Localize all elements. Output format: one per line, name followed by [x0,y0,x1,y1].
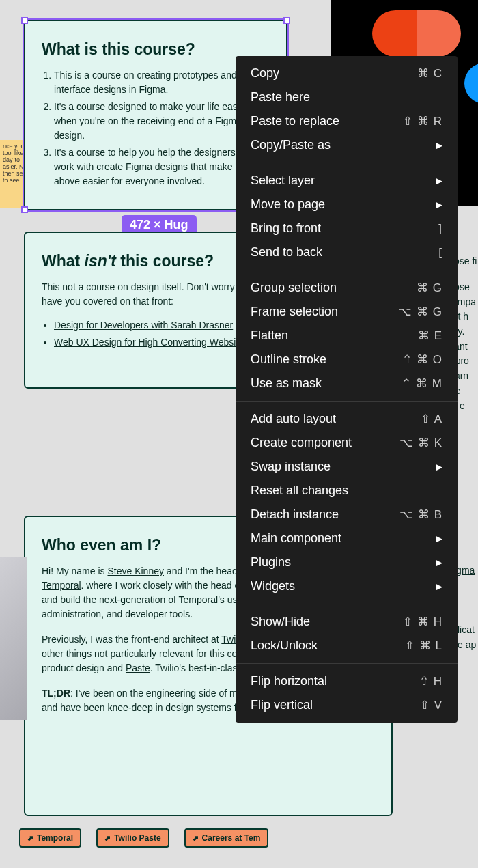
menu-item-add-auto-layout[interactable]: Add auto layout⇧ A [236,407,458,431]
menu-item-select-layer[interactable]: Select layer▶ [236,169,458,193]
link-paste[interactable]: Paste [126,662,150,673]
menu-separator [236,604,458,604]
link-web-ux[interactable]: Web UX Design for High Converting Websit… [54,337,249,348]
menu-separator [236,401,458,402]
menu-item-paste-here[interactable]: Paste here [236,85,458,109]
menu-item-shortcut: ] [438,222,442,236]
selection-handle-tr[interactable] [283,17,290,24]
chevron-right-icon: ▶ [436,199,442,210]
menu-item-create-component[interactable]: Create component⌥ ⌘ K [236,431,458,455]
menu-item-label: Widgets [251,579,295,593]
menu-item-label: Paste here [251,90,310,104]
chevron-right-icon: ▶ [436,176,442,186]
menu-item-shortcut: ⌃ ⌘ M [402,376,442,391]
context-menu[interactable]: Copy⌘ CPaste herePaste to replace⇧ ⌘ RCo… [236,56,458,723]
menu-item-shortcut: ⌥ ⌘ B [399,507,442,522]
menu-item-show-hide[interactable]: Show/Hide⇧ ⌘ H [236,610,458,634]
menu-item-copy-paste-as[interactable]: Copy/Paste as▶ [236,133,458,157]
profile-photo[interactable] [0,557,27,720]
menu-item-label: Use as mask [251,376,322,391]
menu-item-shortcut: ⌘ C [417,66,442,81]
menu-item-label: Plugins [251,555,291,570]
pill-shape [372,10,461,57]
menu-item-shortcut: [ [438,246,442,260]
menu-item-widgets[interactable]: Widgets▶ [236,574,458,598]
menu-item-flip-horizontal[interactable]: Flip horizontal⇧ H [236,669,458,693]
menu-item-shortcut: ⇧ ⌘ H [403,615,442,629]
menu-item-flatten[interactable]: Flatten⌘ E [236,324,458,348]
menu-item-outline-stroke[interactable]: Outline stroke⇧ ⌘ O [236,348,458,372]
menu-item-label: Copy [251,66,279,81]
menu-item-paste-to-replace[interactable]: Paste to replace⇧ ⌘ R [236,109,458,133]
external-link-icon: ⬈ [193,834,199,843]
menu-item-label: Move to page [251,197,325,212]
menu-item-use-as-mask[interactable]: Use as mask⌃ ⌘ M [236,372,458,395]
menu-separator [236,163,458,163]
menu-item-label: Copy/Paste as [251,138,331,152]
menu-item-lock-unlock[interactable]: Lock/Unlock⇧ ⌘ L [236,634,458,658]
menu-item-detach-instance[interactable]: Detach instance⌥ ⌘ B [236,503,458,527]
chevron-right-icon: ▶ [436,140,442,150]
menu-item-shortcut: ⇧ ⌘ L [405,639,442,653]
menu-item-label: Bring to front [251,221,321,236]
chevron-right-icon: ▶ [436,462,442,472]
menu-item-label: Show/Hide [251,615,310,629]
chevron-right-icon: ▶ [436,533,442,544]
card1-title: What is this course? [42,40,270,59]
link-steve-kinney[interactable]: Steve Kinney [107,565,164,576]
menu-item-label: Add auto layout [251,412,336,426]
link-temporal[interactable]: Temporal [42,580,81,591]
menu-item-shortcut: ⌥ ⌘ G [398,305,442,319]
menu-item-reset-all-changes[interactable]: Reset all changes [236,479,458,503]
menu-separator [236,270,458,270]
menu-item-label: Outline stroke [251,352,326,367]
menu-item-label: Flatten [251,328,288,343]
button-careers[interactable]: ⬈Careers at Tem [184,828,269,848]
figma-canvas[interactable]: nce you tool like day-to asier. No then … [0,0,478,868]
menu-item-label: Create component [251,436,352,450]
button-twilio-paste[interactable]: ⬈Twilio Paste [96,828,169,848]
menu-item-label: Frame selection [251,305,338,319]
menu-item-copy[interactable]: Copy⌘ C [236,61,458,85]
menu-item-shortcut: ⇧ H [419,674,442,688]
menu-item-shortcut: ⌘ G [417,281,442,295]
menu-item-swap-instance[interactable]: Swap instance▶ [236,455,458,479]
menu-item-label: Send to back [251,245,322,260]
menu-item-send-to-back[interactable]: Send to back[ [236,240,458,264]
menu-item-frame-selection[interactable]: Frame selection⌥ ⌘ G [236,300,458,324]
menu-item-main-component[interactable]: Main component▶ [236,527,458,550]
text-fragment: licat e ap [458,623,478,652]
external-link-icon: ⬈ [27,834,33,843]
menu-item-plugins[interactable]: Plugins▶ [236,550,458,574]
chevron-right-icon: ▶ [436,557,442,568]
menu-item-label: Main component [251,531,341,546]
selection-handle-bl[interactable] [21,206,28,213]
text-fragment: igma [454,563,478,578]
chevron-right-icon: ▶ [436,581,442,591]
menu-item-label: Lock/Unlock [251,639,318,653]
menu-item-move-to-page[interactable]: Move to page▶ [236,193,458,216]
menu-item-label: Group selection [251,281,337,295]
menu-item-shortcut: ⌥ ⌘ K [399,436,442,450]
menu-item-label: Select layer [251,173,315,188]
bottom-button-row: ⬈Temporal ⬈Twilio Paste ⬈Careers at Tem [19,828,268,848]
link-design-developers[interactable]: Design for Developers with Sarah Drasner [54,320,233,331]
menu-item-flip-vertical[interactable]: Flip vertical⇧ V [236,693,458,717]
button-temporal[interactable]: ⬈Temporal [19,828,81,848]
text-fragment: ose fi [454,254,478,269]
selection-handle-tl[interactable] [21,17,28,24]
menu-item-group-selection[interactable]: Group selection⌘ G [236,276,458,300]
menu-item-label: Flip vertical [251,698,313,712]
menu-item-shortcut: ⇧ ⌘ O [402,352,442,367]
menu-item-shortcut: ⇧ V [420,698,442,712]
menu-item-label: Swap instance [251,460,331,474]
menu-item-label: Reset all changes [251,484,348,498]
menu-item-shortcut: ⇧ A [421,412,442,426]
menu-separator [236,663,458,664]
menu-item-label: Paste to replace [251,114,339,128]
blue-circle-shape [464,63,478,104]
menu-item-label: Detach instance [251,507,339,522]
menu-item-label: Flip horizontal [251,674,327,688]
menu-item-bring-to-front[interactable]: Bring to front] [236,216,458,240]
menu-item-shortcut: ⇧ ⌘ R [403,114,442,128]
